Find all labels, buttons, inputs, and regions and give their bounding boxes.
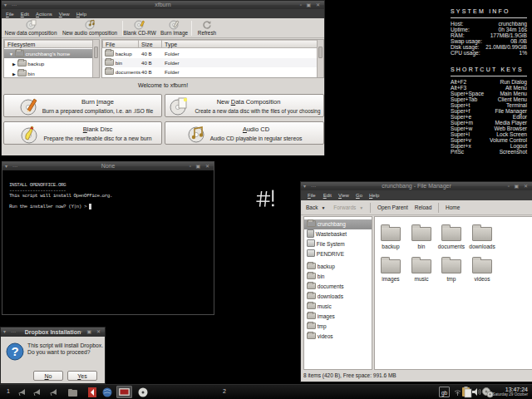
svg-text:?: ? <box>11 344 18 358</box>
